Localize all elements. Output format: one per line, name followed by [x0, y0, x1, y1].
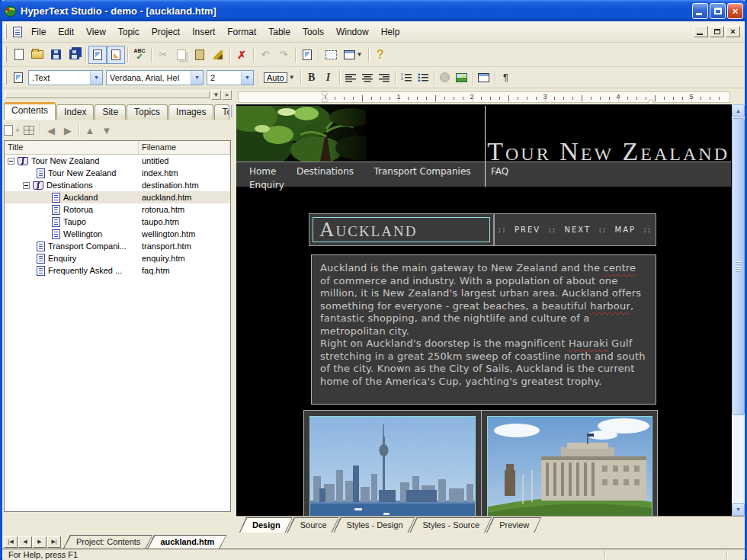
scrollbar-thumb[interactable]	[732, 118, 745, 415]
bold-button[interactable]: B	[303, 69, 320, 86]
skyline-photo[interactable]	[309, 416, 476, 516]
font-select[interactable]: Verdana, Arial, Hel ▼	[106, 70, 204, 85]
scroll-down-button[interactable]: ▼	[732, 503, 745, 516]
tree-row[interactable]: Destinations destination.htm	[5, 179, 230, 191]
column-filename[interactable]: Filename	[139, 141, 230, 154]
column-title[interactable]: Title	[5, 141, 139, 154]
tab-source[interactable]: Source	[287, 517, 340, 533]
menu-insert[interactable]: Insert	[186, 24, 221, 40]
first-tab-button[interactable]: |◀	[4, 536, 18, 548]
tab-contents[interactable]: Contents	[4, 102, 56, 120]
prev-link[interactable]: PREV	[515, 226, 540, 234]
pane-gripper[interactable]	[5, 91, 210, 98]
menu-topic[interactable]: Topic	[112, 24, 146, 40]
align-center-button[interactable]	[359, 69, 376, 86]
properties-button[interactable]	[298, 46, 316, 64]
toolbar-gripper[interactable]	[5, 24, 7, 39]
menu-window[interactable]: Window	[330, 24, 375, 40]
museum-photo[interactable]	[487, 416, 652, 516]
menu-edit[interactable]: Edit	[52, 24, 80, 40]
page-header-table[interactable]: Tour New Zealand Home Destinations Trans…	[236, 106, 731, 187]
toolbar-gripper[interactable]	[5, 46, 7, 63]
tree-row[interactable]: Rotorua rotorua.htm	[5, 203, 230, 216]
font-size-select[interactable]: 2 ▼	[207, 70, 254, 85]
move-up-button[interactable]: ▲	[82, 122, 98, 139]
heading-cell[interactable]: Auckland	[309, 214, 495, 245]
menu-tools[interactable]: Tools	[297, 24, 330, 40]
tab-site[interactable]: Site	[95, 104, 126, 120]
style-manager-button[interactable]	[10, 69, 27, 86]
expander-icon[interactable]	[8, 158, 14, 165]
move-right-button[interactable]: ▶	[59, 122, 76, 139]
tree-row-selected[interactable]: Auckland auckland.htm	[5, 191, 230, 203]
images-table[interactable]	[303, 410, 658, 516]
mdi-close-button[interactable]: ×	[726, 26, 740, 37]
tab-styles-design[interactable]: Styles - Design	[334, 517, 416, 533]
nav-transport-link[interactable]: Transport Companies	[374, 166, 470, 177]
new-document-button[interactable]	[10, 46, 28, 64]
toolbar-gripper[interactable]	[5, 70, 7, 85]
format-painter-button[interactable]	[209, 46, 227, 64]
next-link[interactable]: NEXT	[565, 226, 592, 234]
insert-table-button[interactable]	[322, 46, 340, 64]
site-title-cell[interactable]: Tour New Zealand	[485, 106, 731, 162]
heading-box[interactable]: Auckland	[313, 217, 490, 242]
pane-pin-button[interactable]: ▼	[211, 90, 221, 100]
tab-stop-marker[interactable]	[648, 96, 654, 104]
insert-image-button[interactable]	[454, 69, 470, 86]
tab-topics[interactable]: Topics	[127, 104, 168, 120]
tab-styles-source[interactable]: Styles - Source	[410, 517, 493, 533]
menu-view[interactable]: View	[80, 24, 112, 40]
table-grid-button[interactable]	[476, 69, 492, 86]
menu-file[interactable]: File	[25, 24, 52, 40]
bulleted-list-button[interactable]	[415, 69, 431, 86]
nav-destinations-link[interactable]: Destinations	[297, 166, 354, 177]
menu-format[interactable]: Format	[221, 24, 262, 40]
prev-tab-button[interactable]: ◀	[18, 536, 32, 548]
body-text-cell[interactable]: Auckland is the main gateway to New Zeal…	[311, 254, 656, 405]
tab-auckland-htm[interactable]: auckland.htm	[147, 535, 227, 549]
tree-row[interactable]: Tour New Zealand untitled	[5, 155, 230, 167]
redo-button[interactable]: ↷	[274, 46, 293, 64]
paste-button[interactable]	[191, 46, 209, 64]
tree-row[interactable]: Wellington wellington.htm	[5, 228, 230, 240]
nav-home-link[interactable]: Home	[249, 166, 276, 177]
save-button[interactable]	[46, 46, 65, 64]
numbered-list-button[interactable]: 12	[398, 69, 415, 86]
cut-button[interactable]: ✂	[154, 46, 172, 64]
next-tab-button[interactable]: ▶	[33, 536, 46, 548]
tree-row[interactable]: Enquiry enquiry.htm	[5, 252, 230, 264]
move-down-button[interactable]: ▼	[98, 122, 115, 139]
align-left-button[interactable]	[342, 69, 359, 86]
tree-row[interactable]: Transport Compani... transport.htm	[5, 240, 230, 252]
page-canvas[interactable]: Tour New Zealand Home Destinations Trans…	[236, 104, 745, 516]
insert-element-button[interactable]: ▼	[340, 46, 366, 64]
font-color-button[interactable]: Auto ▼	[261, 71, 298, 85]
last-tab-button[interactable]: ▶|	[47, 536, 61, 548]
align-right-button[interactable]	[376, 69, 393, 86]
close-button[interactable]: ×	[727, 3, 743, 19]
mdi-restore-button[interactable]	[710, 26, 724, 37]
save-all-button[interactable]	[65, 46, 83, 64]
menu-table[interactable]: Table	[262, 24, 297, 40]
italic-button[interactable]: I	[320, 69, 337, 86]
undo-button[interactable]: ↶	[256, 46, 274, 64]
menu-project[interactable]: Project	[146, 24, 186, 40]
tab-index[interactable]: Index	[56, 104, 94, 120]
copy-button[interactable]	[172, 46, 191, 64]
output-toggle-button[interactable]	[107, 46, 125, 64]
style-select[interactable]: .Text ▼	[28, 70, 103, 85]
tab-design[interactable]: Design	[239, 517, 293, 533]
new-topic-button[interactable]: ▼	[4, 122, 21, 139]
indent-marker[interactable]	[322, 92, 329, 104]
mdi-minimize-button[interactable]	[694, 26, 708, 37]
expander-icon[interactable]	[23, 182, 30, 189]
help-button[interactable]: ?	[371, 46, 390, 64]
tab-preview[interactable]: Preview	[486, 517, 542, 533]
tab-images[interactable]: Images	[168, 104, 213, 120]
move-left-button[interactable]: ◀	[43, 122, 59, 139]
nav-faq-link[interactable]: FAQ	[491, 166, 508, 177]
split-view-button[interactable]	[21, 122, 37, 139]
heading-banner[interactable]: Auckland :: PREV :: NEXT :: MAP	[309, 213, 656, 246]
maximize-button[interactable]	[710, 3, 726, 19]
